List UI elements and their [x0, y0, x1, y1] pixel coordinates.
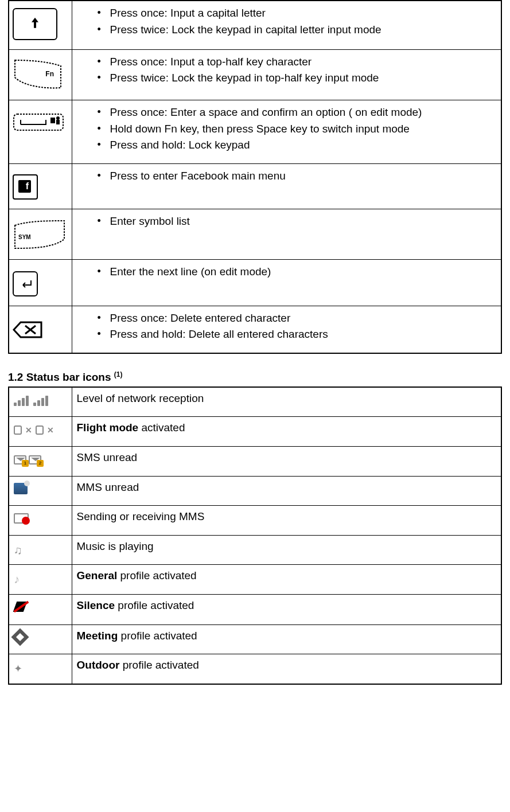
status-description: SMS unread	[72, 447, 501, 477]
status-description: Sending or receiving MMS	[72, 506, 501, 536]
status-icon-cell: 1 2	[9, 447, 72, 477]
status-description: General profile activated	[72, 565, 501, 595]
space-key-icon	[13, 111, 64, 134]
sms-unread-icon: 1 2	[14, 455, 41, 464]
list-item: Press once: Enter a space and confirm an…	[110, 105, 496, 120]
svg-rect-1	[50, 118, 55, 123]
status-bold: Meeting	[77, 630, 118, 642]
general-profile-icon	[14, 571, 24, 583]
status-icon-cell	[9, 476, 72, 506]
table-row: Sending or receiving MMS	[9, 506, 501, 536]
status-description: Flight mode activated	[72, 417, 501, 447]
sym-label: SYM	[18, 233, 31, 241]
svg-rect-2	[56, 120, 60, 124]
status-rest: profile activated	[119, 659, 198, 671]
mms-unread-icon	[14, 483, 28, 494]
status-icon-cell: ✕ ✕	[9, 417, 72, 447]
status-description: Meeting profile activated	[72, 624, 501, 654]
status-description: Level of network reception	[72, 387, 501, 417]
status-bold: Silence	[77, 599, 115, 611]
table-row: Fn Press once: Input a top-half key char…	[9, 49, 501, 100]
list-item: Enter the next line (on edit mode)	[110, 264, 496, 280]
status-description: MMS unread	[72, 476, 501, 506]
status-rest: profile activated	[117, 569, 196, 581]
list-item: Press to enter Facebook main menu	[110, 169, 496, 184]
list-item: Press and hold: Delete all entered chara…	[110, 327, 496, 342]
section-heading-footnote: (1)	[114, 370, 123, 378]
table-row: Press once: Enter a space and confirm an…	[9, 100, 501, 164]
section-heading-text: 1.2 Status bar icons	[8, 371, 111, 383]
table-row: SYM Enter symbol list	[9, 209, 501, 260]
key-icon-cell	[9, 306, 72, 353]
list-item: Press twice: Lock the keypad in top-half…	[110, 71, 496, 86]
status-bold: General	[77, 569, 118, 581]
fn-label: Fn	[45, 69, 54, 79]
status-icon-cell	[9, 654, 72, 684]
table-row: Silence profile activated	[9, 595, 501, 625]
table-row: Outdoor profile activated	[9, 654, 501, 684]
status-rest: profile activated	[115, 599, 194, 611]
fn-key-icon: Fn	[13, 58, 63, 91]
shift-key-icon	[13, 8, 57, 40]
list-item: Hold down Fn key, then press Space key t…	[110, 122, 496, 137]
keys-function-table: Press once: Input a capital letter Press…	[8, 0, 502, 354]
list-item: Press once: Delete entered character	[110, 311, 496, 326]
status-description: Music is playing	[72, 535, 501, 565]
silence-profile-icon	[14, 600, 28, 614]
key-description-cell: Enter the next line (on edit mode)	[72, 260, 501, 306]
facebook-key-icon: f	[13, 174, 38, 200]
status-icon-cell	[9, 535, 72, 565]
status-icon-cell	[9, 595, 72, 625]
meeting-profile-icon	[11, 628, 29, 646]
key-icon-cell: SYM	[9, 209, 72, 260]
key-icon-cell	[9, 100, 72, 164]
status-description: Silence profile activated	[72, 595, 501, 625]
key-description-cell: Press once: Input a top-half key charact…	[72, 49, 501, 100]
table-row: Meeting profile activated	[9, 624, 501, 654]
key-icon-cell	[9, 1, 72, 49]
facebook-f-label: f	[18, 180, 31, 193]
key-description-cell: Press once: Delete entered character Pre…	[72, 306, 501, 353]
list-item: Press once: Input a capital letter	[110, 6, 496, 21]
key-icon-cell: f	[9, 163, 72, 209]
table-row: ✕ ✕ Flight mode activated	[9, 417, 501, 447]
key-icon-cell: Fn	[9, 49, 72, 100]
status-bold: Outdoor	[77, 659, 120, 671]
music-playing-icon	[14, 542, 25, 555]
table-row: General profile activated	[9, 565, 501, 595]
key-icon-cell	[9, 260, 72, 306]
status-rest: profile activated	[118, 630, 197, 642]
table-row: Level of network reception	[9, 387, 501, 417]
status-bar-icons-table: Level of network reception ✕ ✕ Flight mo…	[8, 387, 502, 685]
sym-key-icon: SYM	[13, 218, 67, 251]
key-description-cell: Press once: Input a capital letter Press…	[72, 1, 501, 49]
key-description-cell: Press to enter Facebook main menu	[72, 163, 501, 209]
status-rest: activated	[138, 421, 185, 434]
signal-icon	[14, 393, 48, 406]
table-row: Press once: Input a capital letter Press…	[9, 1, 501, 49]
table-row: Enter the next line (on edit mode)	[9, 260, 501, 306]
key-description-cell: Enter symbol list	[72, 209, 501, 260]
enter-key-icon	[13, 271, 38, 296]
table-row: MMS unread	[9, 476, 501, 506]
section-heading: 1.2 Status bar icons (1)	[8, 370, 502, 385]
key-description-cell: Press once: Enter a space and confirm an…	[72, 100, 501, 164]
table-row: Press once: Delete entered character Pre…	[9, 306, 501, 353]
flight-mode-icon: ✕ ✕	[14, 425, 54, 436]
table-row: f Press to enter Facebook main menu	[9, 163, 501, 209]
status-description: Outdoor profile activated	[72, 654, 501, 684]
status-bold: Flight mode	[77, 421, 139, 434]
status-icon-cell	[9, 565, 72, 595]
mms-transfer-icon	[14, 513, 29, 524]
list-item: Press and hold: Lock keypad	[110, 138, 496, 153]
list-item: Press twice: Lock the keypad in capital …	[110, 22, 496, 38]
list-item: Enter symbol list	[110, 214, 496, 229]
outdoor-profile-icon	[14, 662, 26, 674]
table-row: 1 2 SMS unread	[9, 447, 501, 477]
status-icon-cell	[9, 506, 72, 536]
list-item: Press once: Input a top-half key charact…	[110, 54, 496, 70]
table-row: Music is playing	[9, 535, 501, 565]
delete-key-icon	[13, 320, 44, 339]
status-icon-cell	[9, 387, 72, 417]
status-icon-cell	[9, 624, 72, 654]
